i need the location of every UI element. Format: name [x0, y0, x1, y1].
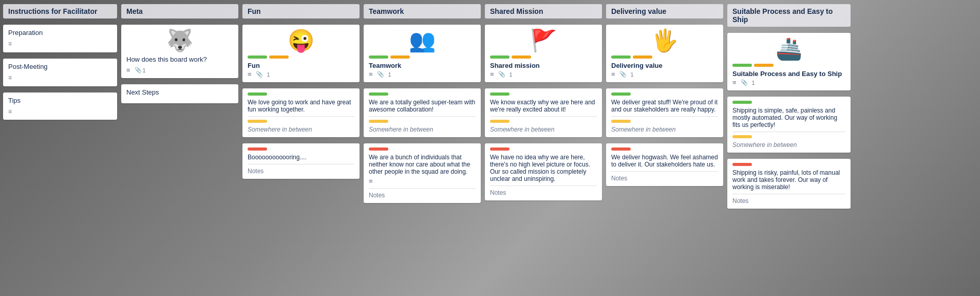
card-teamwork-red[interactable]: We are a bunch of individuals that neith…: [364, 143, 481, 203]
col-header-instructions: Instructions for Facilitator: [3, 4, 117, 18]
divider-teamwork-green: [369, 116, 476, 117]
sp-red-body: Shipping is risky, painful, lots of manu…: [732, 169, 845, 191]
card-sp-red[interactable]: Shipping is risky, painful, lots of manu…: [727, 159, 851, 209]
divider-dv-green: [611, 116, 718, 117]
lines-icon-fun: [248, 70, 252, 78]
divider-sm-red: [490, 186, 597, 186]
card-shared-mission-main[interactable]: 🚩 Shared mission 📎 1: [485, 25, 602, 82]
label-green-dv: [611, 55, 631, 59]
sp-yellow-label-row: [732, 135, 845, 138]
sp-somewhere: Somewhere in between: [732, 141, 845, 149]
attach-count-meta: 1: [143, 67, 146, 73]
emoji-teamwork: 👥: [369, 29, 476, 52]
card-teamwork-green[interactable]: We are a totally gelled super-team with …: [364, 88, 481, 137]
fun-green-label-row: [248, 92, 354, 96]
sp-card-meta: 📎 1: [732, 79, 845, 86]
label-green-teamwork: [369, 55, 388, 59]
lines-icon-sm: [490, 70, 494, 78]
label-red-fun: [248, 147, 267, 151]
card-dv-green[interactable]: We deliver great stuff! We're proud of i…: [606, 88, 723, 137]
col-header-fun: Fun: [242, 4, 360, 18]
sm-green-body: We know exactly why we are here and we'r…: [490, 99, 597, 113]
label-green-sp: [732, 64, 752, 67]
lines-icon-teamwork: [369, 70, 373, 78]
lines-icon-sp: [732, 79, 737, 86]
divider-fun-red: [248, 164, 354, 164]
sm-yellow-label-row: [490, 120, 597, 123]
sm-green-label-row: [490, 92, 597, 96]
card-fun-red[interactable]: Boooooooooooring.... Notes: [242, 143, 360, 179]
card-postmeeting-title: Post-Meeting: [8, 63, 112, 70]
column-teamwork: Teamwork 👥 Teamwork 📎 1 We are a totally…: [364, 4, 481, 292]
label-green-dv2: [611, 92, 631, 96]
shared-mission-title: Shared mission: [490, 62, 597, 69]
column-delivering-value: Delivering value 🖐️ Delivering value 📎 1…: [606, 4, 723, 292]
dv-title: Delivering value: [611, 62, 718, 69]
sp-title: Suitable Process and Easy to Ship: [732, 70, 845, 78]
teamwork-green-label-row: [369, 92, 476, 96]
dv-notes: Notes: [611, 175, 718, 182]
board: Instructions for Facilitator Preparation…: [0, 0, 980, 296]
label-yellow-sm: [490, 120, 510, 123]
card-dv-red[interactable]: We deliver hogwash. We feel ashamed to d…: [606, 143, 723, 186]
lines-icon-dv: [611, 70, 615, 78]
card-fun-green[interactable]: We love going to work and have great fun…: [242, 88, 360, 137]
card-sm-red[interactable]: We have no idea why we are here, there's…: [485, 143, 602, 200]
card-fun-main[interactable]: 😜 Fun 📎 1: [242, 25, 360, 82]
card-dv-main[interactable]: 🖐️ Delivering value 📎 1: [606, 25, 723, 82]
sm-notes: Notes: [490, 189, 597, 196]
fun-green-body: We love going to work and have great fun…: [248, 99, 354, 113]
fun-notes: Notes: [248, 168, 354, 175]
attach-icon-sp: 📎: [741, 79, 748, 86]
divider-sm-green: [490, 116, 597, 117]
teamwork-yellow-label-row: [369, 120, 476, 123]
card-tips[interactable]: Tips: [3, 92, 117, 120]
card-next-steps[interactable]: Next Steps: [121, 84, 238, 103]
label-yellow-dv: [611, 120, 631, 123]
lines-icon-preparation: [8, 40, 12, 47]
card-how-board-works[interactable]: 🐺 How does this board work? 📎 1: [121, 25, 238, 78]
label-green-sm2: [490, 92, 510, 96]
label-orange-sm: [512, 55, 531, 59]
label-green-fun: [248, 55, 267, 59]
divider-sp-red: [732, 194, 845, 194]
dv-label-row: [611, 55, 718, 59]
column-fun: Fun 😜 Fun 📎 1 We love going to work and …: [242, 4, 360, 292]
column-instructions: Instructions for Facilitator Preparation…: [3, 4, 117, 292]
attach-count-teamwork: 1: [388, 71, 391, 78]
shared-mission-label-row: [490, 55, 597, 59]
card-sp-green[interactable]: Shipping is simple, safe, painless and m…: [727, 97, 851, 153]
card-tips-title: Tips: [8, 97, 112, 104]
label-red-sp: [732, 163, 752, 166]
attach-count-fun: 1: [267, 71, 270, 78]
col-header-delivering-value: Delivering value: [606, 4, 723, 18]
col-header-meta: Meta: [121, 4, 238, 18]
sp-green-body: Shipping is simple, safe, painless and m…: [732, 107, 845, 128]
card-preparation[interactable]: Preparation: [3, 25, 117, 52]
col-header-suitable-process: Suitable Process and Easy to Ship: [727, 4, 851, 27]
col-header-teamwork: Teamwork: [364, 4, 481, 18]
dv-yellow-label-row: [611, 120, 718, 123]
sm-red-body: We have no idea why we are here, there's…: [490, 154, 597, 182]
emoji-delivering-value: 🖐️: [611, 29, 718, 52]
shared-mission-card-meta: 📎 1: [490, 70, 597, 78]
teamwork-label-row: [369, 55, 476, 59]
card-sm-green[interactable]: We know exactly why we are here and we'r…: [485, 88, 602, 137]
dv-green-label-row: [611, 92, 718, 96]
label-orange-teamwork: [390, 55, 410, 59]
sp-label-row: [732, 64, 845, 67]
divider-sp-green: [732, 132, 845, 132]
attach-icon-teamwork: 📎: [377, 71, 384, 78]
card-how-board-meta: 📎 1: [126, 66, 233, 74]
divider-teamwork-red: [369, 188, 476, 189]
card-sp-main[interactable]: 🚢 Suitable Process and Easy to Ship 📎 1: [727, 33, 851, 90]
label-yellow-teamwork: [369, 120, 388, 123]
card-postmeeting[interactable]: Post-Meeting: [3, 59, 117, 86]
sp-notes: Notes: [732, 197, 845, 205]
attach-count-sp: 1: [752, 80, 755, 86]
sm-somewhere: Somewhere in between: [490, 126, 597, 133]
lines-icon-tips: [8, 108, 12, 115]
fun-card-meta: 📎 1: [248, 70, 354, 78]
dv-somewhere: Somewhere in between: [611, 126, 718, 133]
card-teamwork-main[interactable]: 👥 Teamwork 📎 1: [364, 25, 481, 82]
